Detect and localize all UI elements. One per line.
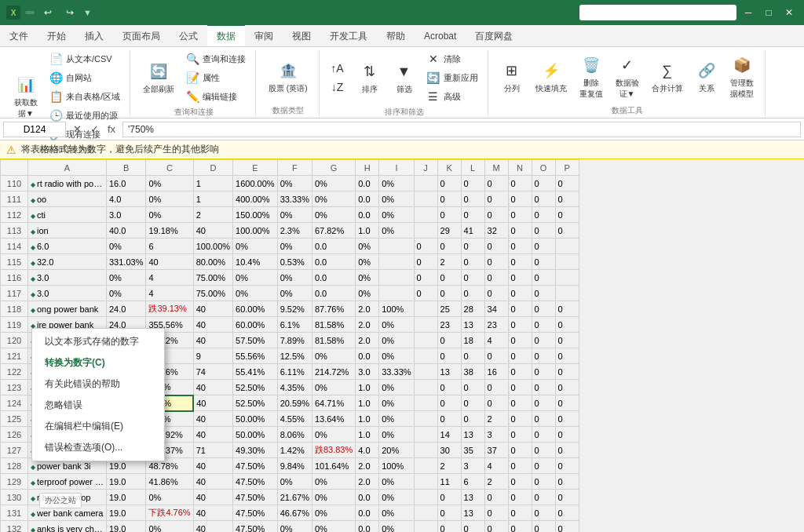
tab-baidu[interactable]: 百度网盘 [466,25,522,47]
table-cell[interactable]: 0 [461,191,484,207]
table-cell[interactable]: 0% [379,191,414,207]
table-cell[interactable]: 3 [484,427,508,443]
table-cell[interactable]: 0% [146,176,193,191]
table-cell[interactable] [379,254,414,270]
table-cell[interactable]: 0 [484,270,508,286]
table-cell[interactable]: 29 [437,223,461,239]
table-cell[interactable]: 0 [437,490,461,505]
table-cell[interactable]: 0 [484,521,508,533]
table-cell[interactable]: 87.76% [312,301,355,317]
table-cell[interactable]: 0 [532,176,555,191]
table-cell[interactable]: 0.0 [356,191,379,207]
table-cell[interactable] [414,458,437,474]
table-cell[interactable]: 2.0 [356,317,379,333]
relationships-button[interactable]: 🔗 关系 [691,56,722,97]
table-cell[interactable]: 100.00% [193,239,232,254]
table-cell[interactable] [555,239,579,254]
table-cell[interactable] [414,490,437,505]
table-cell[interactable]: 40 [193,380,232,395]
col-header-L[interactable]: L [461,160,484,176]
table-cell[interactable]: 52.50% [233,380,278,395]
table-cell[interactable]: 13 [461,317,484,333]
query-connect-button[interactable]: 🔍 查询和连接 [182,50,249,67]
table-cell[interactable]: 0% [379,521,414,533]
table-cell[interactable]: 41.86% [146,474,193,490]
table-cell[interactable]: 49.30% [233,443,278,458]
table-cell[interactable]: 11 [437,474,461,490]
table-cell[interactable]: 13 [461,427,484,443]
table-cell[interactable]: 0 [532,239,555,254]
table-cell[interactable] [414,223,437,239]
table-cell[interactable]: 0.0 [356,521,379,533]
table-cell[interactable] [414,348,437,364]
table-cell[interactable]: 0 [532,427,555,443]
table-cell[interactable]: 0 [508,521,532,533]
table-cell[interactable]: 0 [508,380,532,395]
table-cell[interactable]: 1.0 [356,380,379,395]
table-cell[interactable]: 9.84% [277,458,312,474]
table-cell[interactable]: 13 [461,490,484,505]
table-cell[interactable]: 0 [532,191,555,207]
table-cell[interactable]: 4.0 [107,191,146,207]
table-cell[interactable]: 0% [233,239,278,254]
flash-fill-button[interactable]: ⚡ 快速填充 [531,56,572,97]
table-cell[interactable]: 0% [356,286,379,301]
table-cell[interactable]: 37 [484,443,508,458]
table-cell[interactable]: 0 [437,207,461,223]
table-cell[interactable]: 19.18% [146,223,193,239]
col-header-N[interactable]: N [508,160,532,176]
table-cell[interactable]: ◆ion [28,223,107,239]
table-cell[interactable]: 0 [508,333,532,348]
table-cell[interactable]: 67.82% [312,223,355,239]
table-cell[interactable]: 0 [437,395,461,411]
table-cell[interactable]: 0 [484,505,508,521]
table-cell[interactable]: 2.0 [356,474,379,490]
table-cell[interactable]: 0 [532,443,555,458]
table-cell[interactable]: 1 [193,176,232,191]
table-cell[interactable]: 2.0 [356,301,379,317]
table-cell[interactable]: 0 [532,223,555,239]
table-cell[interactable] [414,364,437,380]
undo-button[interactable]: ↩ [39,4,57,21]
table-cell[interactable]: 0 [484,207,508,223]
table-cell[interactable]: 81.58% [312,333,355,348]
table-cell[interactable]: 0 [461,411,484,427]
table-cell[interactable]: 6 [461,474,484,490]
table-cell[interactable]: 下跌4.76% [146,505,193,521]
table-cell[interactable]: 40 [193,427,232,443]
table-cell[interactable]: 0% [312,474,355,490]
table-cell[interactable]: 0 [508,490,532,505]
table-cell[interactable]: 2 [193,207,232,223]
table-cell[interactable]: ◆cti [28,207,107,223]
table-cell[interactable]: 13 [437,364,461,380]
table-cell[interactable]: 55.56% [233,348,278,364]
table-cell[interactable]: 0% [277,207,312,223]
table-cell[interactable]: 1 [193,191,232,207]
close-button[interactable]: ✕ [780,4,798,21]
table-cell[interactable]: 0 [555,474,579,490]
from-text-button[interactable]: 📄 从文本/CSV [46,50,123,67]
table-cell[interactable]: 跌39.13% [146,301,193,317]
table-cell[interactable]: 0 [508,474,532,490]
table-cell[interactable]: 0 [437,286,461,301]
table-cell[interactable]: 2.0 [356,333,379,348]
table-cell[interactable]: 13 [461,505,484,521]
table-cell[interactable]: 0% [379,380,414,395]
table-cell[interactable]: 0 [532,505,555,521]
table-cell[interactable]: 40 [193,301,232,317]
table-cell[interactable] [555,254,579,270]
table-cell[interactable]: 0 [532,301,555,317]
table-cell[interactable]: 0 [461,521,484,533]
from-web-button[interactable]: 🌐 自网站 [46,69,123,86]
table-cell[interactable]: 0.53% [277,254,312,270]
table-cell[interactable]: 0% [312,427,355,443]
tab-page-layout[interactable]: 页面布局 [113,25,170,47]
table-cell[interactable]: 4 [146,270,193,286]
table-cell[interactable]: 0% [356,254,379,270]
table-cell[interactable]: 0 [532,521,555,533]
table-cell[interactable]: 4 [484,333,508,348]
table-cell[interactable]: 0 [555,333,579,348]
table-cell[interactable]: 20% [379,443,414,458]
table-cell[interactable]: 57.50% [233,333,278,348]
table-cell[interactable] [414,317,437,333]
